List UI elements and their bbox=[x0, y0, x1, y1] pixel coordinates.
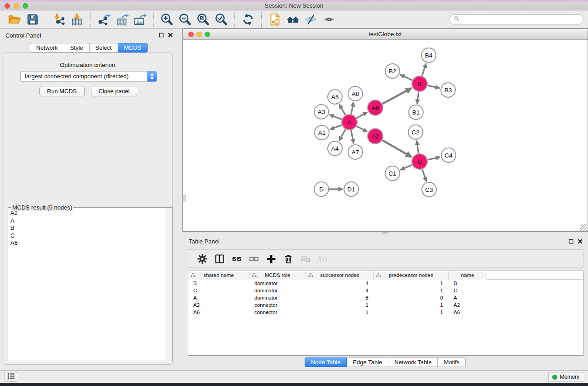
table-cell[interactable]: C bbox=[188, 287, 249, 294]
close-panel-button[interactable]: Close panel bbox=[91, 86, 138, 96]
mcds-result-item[interactable]: B bbox=[9, 224, 165, 232]
table-row[interactable]: A2connector11A2 bbox=[188, 301, 583, 309]
graph-node-A2[interactable]: A2 bbox=[368, 129, 383, 144]
graph-node-B4[interactable]: B4 bbox=[421, 48, 436, 62]
column-header-MCDS-role[interactable]: MCDS role bbox=[249, 271, 306, 280]
zoom-network-button[interactable] bbox=[205, 32, 210, 37]
graph-node-A7[interactable]: A7 bbox=[348, 145, 363, 159]
tab-style[interactable]: Style bbox=[64, 43, 90, 52]
graph-edge-A-A7[interactable] bbox=[351, 130, 354, 144]
graph-node-A3[interactable]: A3 bbox=[314, 105, 329, 119]
table-cell[interactable]: connector bbox=[249, 301, 306, 309]
graph-edge-A2-C[interactable] bbox=[382, 140, 412, 157]
table-cell[interactable]: dominator bbox=[249, 280, 306, 287]
columns-icon[interactable] bbox=[214, 253, 225, 264]
table-cell[interactable]: C bbox=[449, 287, 487, 294]
graph-node-B2[interactable]: B2 bbox=[385, 64, 400, 78]
tab-network-table[interactable]: Network Table bbox=[388, 357, 438, 367]
column-header-shared-name[interactable]: shared name bbox=[188, 271, 249, 280]
graph-edge-B-B2[interactable] bbox=[400, 75, 412, 80]
float-panel-icon[interactable] bbox=[159, 33, 164, 38]
hide-eye-icon[interactable] bbox=[304, 13, 318, 26]
graph-node-C3[interactable]: C3 bbox=[422, 182, 436, 197]
result-scrollbar[interactable] bbox=[166, 208, 172, 361]
delete-column-icon[interactable] bbox=[283, 253, 294, 264]
save-session-icon[interactable] bbox=[26, 13, 39, 26]
run-mcds-button[interactable]: Run MCDS bbox=[39, 86, 85, 96]
canvas-vertical-scrollbar[interactable] bbox=[183, 195, 186, 202]
network-file-icon[interactable] bbox=[268, 13, 282, 26]
table-row[interactable]: A6connector11A6 bbox=[188, 309, 583, 316]
graph-edge-B-B3[interactable] bbox=[428, 86, 440, 88]
graph-edge-A-A2[interactable] bbox=[357, 126, 368, 132]
mcds-result-item[interactable]: A6 bbox=[9, 239, 165, 247]
graph-node-A[interactable]: A bbox=[342, 114, 357, 130]
open-file-icon[interactable] bbox=[8, 13, 21, 26]
optimization-criterion-select[interactable]: largest connected component (directed) bbox=[20, 71, 157, 82]
close-network-button[interactable] bbox=[188, 32, 194, 37]
table-cell[interactable]: dominator bbox=[249, 294, 306, 301]
table-cell[interactable]: 0 bbox=[374, 294, 449, 301]
graph-node-A6[interactable]: A6 bbox=[368, 100, 383, 115]
table-cell[interactable]: A2 bbox=[188, 301, 249, 309]
tab-mcds[interactable]: MCDS bbox=[118, 43, 148, 52]
memory-button[interactable]: Memory bbox=[548, 372, 584, 382]
float-panel-icon[interactable] bbox=[569, 239, 574, 244]
table-cell[interactable]: A bbox=[188, 294, 249, 301]
column-header-predecessor-nodes[interactable]: predecessor nodes bbox=[374, 271, 449, 280]
graph-edge-A-A3[interactable] bbox=[330, 115, 342, 119]
zoom-in-icon[interactable] bbox=[160, 13, 174, 26]
gear-icon[interactable] bbox=[197, 253, 208, 264]
minimize-network-button[interactable] bbox=[196, 32, 202, 37]
graph-node-B3[interactable]: B3 bbox=[441, 83, 455, 97]
resize-grip-icon[interactable] bbox=[580, 224, 587, 231]
zoom-out-icon[interactable] bbox=[178, 13, 192, 26]
graph-node-C[interactable]: C bbox=[412, 154, 427, 169]
table-cell[interactable]: A6 bbox=[449, 309, 487, 316]
table-cell[interactable]: B bbox=[188, 280, 249, 287]
zoom-window-button[interactable] bbox=[23, 3, 28, 9]
graph-node-D[interactable]: D bbox=[314, 182, 329, 196]
import-table-icon[interactable] bbox=[71, 13, 84, 26]
table-cell[interactable]: 4 bbox=[306, 287, 374, 294]
import-network-icon[interactable] bbox=[53, 13, 66, 26]
zoom-selected-icon[interactable] bbox=[215, 13, 228, 26]
graph-node-A8[interactable]: A8 bbox=[348, 86, 363, 101]
export-table-icon[interactable] bbox=[115, 13, 129, 26]
table-cell[interactable]: connector bbox=[249, 309, 306, 316]
table-cell[interactable]: 1 bbox=[306, 301, 374, 309]
minimize-window-button[interactable] bbox=[14, 3, 19, 9]
graph-edge-B-B4[interactable] bbox=[422, 63, 426, 76]
mcds-result-list[interactable]: A2ABCA6 bbox=[9, 210, 165, 360]
close-panel-icon[interactable] bbox=[578, 239, 583, 244]
show-eye-icon[interactable] bbox=[322, 13, 336, 26]
table-cell[interactable]: A2 bbox=[449, 301, 487, 309]
graph-edge-C-C3[interactable] bbox=[422, 169, 426, 181]
graph-edge-C-C4[interactable] bbox=[428, 157, 440, 160]
unselect-all-icon[interactable] bbox=[249, 253, 259, 264]
table-cell[interactable]: A6 bbox=[188, 309, 249, 316]
graph-edge-A6-B[interactable] bbox=[382, 88, 412, 104]
table-cell[interactable]: 1 bbox=[374, 309, 449, 316]
network-canvas[interactable]: B4B2BB3A5A8A6A3B1AA1C2A2A4A7C4CC1C3DD1 bbox=[183, 40, 588, 231]
tab-node-table[interactable]: Node Table bbox=[305, 357, 347, 367]
table-cell[interactable]: dominator bbox=[249, 287, 306, 294]
split-divider-handle[interactable] bbox=[382, 232, 388, 235]
column-header-name[interactable]: name bbox=[449, 271, 487, 280]
table-row[interactable]: Adominator80A bbox=[188, 294, 583, 301]
graph-node-A5[interactable]: A5 bbox=[328, 90, 342, 104]
table-cell[interactable]: B bbox=[449, 280, 487, 287]
mcds-result-item[interactable]: A bbox=[9, 217, 165, 225]
graph-edge-C-C2[interactable] bbox=[417, 141, 419, 153]
table-cell[interactable]: 4 bbox=[306, 280, 374, 287]
add-column-icon[interactable] bbox=[266, 253, 277, 264]
graph-edge-A-A1[interactable] bbox=[330, 125, 342, 129]
home-icon[interactable] bbox=[286, 13, 300, 26]
table-row[interactable]: Cdominator41C bbox=[188, 287, 583, 294]
graph-node-B[interactable]: B bbox=[412, 76, 427, 91]
graph-edge-A-A8[interactable] bbox=[351, 102, 354, 114]
graph-node-A1[interactable]: A1 bbox=[315, 125, 329, 140]
table-row[interactable]: Bdominator41B bbox=[188, 280, 583, 287]
graph-node-C4[interactable]: C4 bbox=[441, 148, 456, 162]
tab-network[interactable]: Network bbox=[30, 43, 64, 52]
